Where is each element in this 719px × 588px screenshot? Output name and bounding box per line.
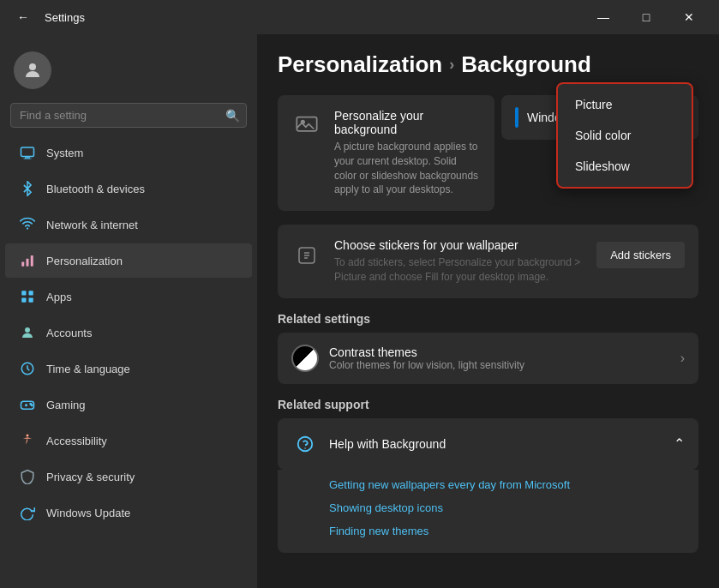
related-support-title: Related support <box>278 398 698 411</box>
title-bar: ← Settings — □ ✕ <box>0 0 719 34</box>
svg-rect-3 <box>24 159 32 159</box>
stickers-card-title: Choose stickers for your wallpaper <box>334 238 584 252</box>
bluetooth-icon <box>19 180 36 197</box>
svg-rect-11 <box>29 298 33 303</box>
stickers-row: Choose stickers for your wallpaper To ad… <box>278 225 698 298</box>
background-dropdown-menu: Picture Solid color Slideshow <box>556 82 693 189</box>
help-left: Help with Background <box>291 430 446 458</box>
sidebar-item-bluetooth[interactable]: Bluetooth & devices <box>5 171 252 206</box>
svg-point-19 <box>27 435 29 437</box>
network-icon <box>19 216 36 233</box>
related-settings-title: Related settings <box>278 312 698 326</box>
sidebar-item-accounts[interactable]: Accounts <box>5 315 252 350</box>
spotlight-bar <box>515 107 518 128</box>
stickers-card: Choose stickers for your wallpaper To ad… <box>278 225 698 298</box>
contrast-themes-desc: Color themes for low vision, light sensi… <box>329 359 524 371</box>
personalize-card-desc: A picture background applies to your cur… <box>334 140 481 197</box>
privacy-icon <box>19 468 36 485</box>
search-input[interactable] <box>10 103 247 128</box>
title-bar-left: ← Settings <box>10 7 85 27</box>
close-button[interactable]: ✕ <box>669 3 709 31</box>
contrast-themes-row[interactable]: Contrast themes Color themes for low vis… <box>278 333 698 384</box>
help-chevron[interactable]: ⌃ <box>674 435 685 452</box>
sidebar-item-personalization[interactable]: Personalization <box>5 243 252 278</box>
svg-point-4 <box>27 227 28 229</box>
svg-rect-7 <box>31 255 33 267</box>
svg-rect-9 <box>29 291 33 295</box>
sidebar-item-accessibility[interactable]: Accessibility <box>5 423 252 458</box>
svg-rect-1 <box>21 147 34 157</box>
stickers-card-desc: To add stickers, select Personalize your… <box>334 255 584 285</box>
sidebar-item-accessibility-label: Accessibility <box>46 435 107 447</box>
help-label: Help with Background <box>329 437 446 451</box>
stickers-content: Choose stickers for your wallpaper To ad… <box>291 238 584 285</box>
dropdown-item-slideshow[interactable]: Slideshow <box>558 151 692 182</box>
system-icon <box>19 144 36 161</box>
gaming-icon <box>19 396 36 413</box>
help-link-2[interactable]: Finding new themes <box>329 519 685 543</box>
sidebar-item-apps[interactable]: Apps <box>5 279 252 314</box>
dropdown-item-picture[interactable]: Picture <box>558 89 692 120</box>
sidebar-item-time[interactable]: Time & language <box>5 351 252 386</box>
app-title: Settings <box>45 11 85 24</box>
svg-point-23 <box>298 437 313 452</box>
contrast-themes-text: Contrast themes Color themes for low vis… <box>329 345 524 371</box>
sidebar-item-update[interactable]: Windows Update <box>5 495 252 530</box>
sidebar-item-system[interactable]: System <box>5 135 252 170</box>
stickers-card-text: Choose stickers for your wallpaper To ad… <box>334 238 584 285</box>
contrast-themes-chevron: › <box>680 351 685 366</box>
sidebar-item-bluetooth-label: Bluetooth & devices <box>46 183 145 195</box>
breadcrumb: Personalization › Background <box>278 51 698 78</box>
breadcrumb-arrow: › <box>449 56 454 74</box>
personalize-card: Personalize your background A picture ba… <box>278 95 494 218</box>
update-icon <box>19 504 36 521</box>
svg-rect-6 <box>27 259 29 267</box>
help-link-0[interactable]: Getting new wallpapers every day from Mi… <box>329 473 685 496</box>
sidebar-item-network[interactable]: Network & internet <box>5 207 252 242</box>
time-icon <box>19 360 36 377</box>
personalize-icon <box>291 111 322 141</box>
sidebar-item-accounts-label: Accounts <box>46 327 92 339</box>
search-box: 🔍 <box>10 103 247 128</box>
sidebar-item-personalization-label: Personalization <box>46 255 123 267</box>
svg-rect-8 <box>21 291 26 295</box>
sidebar-item-privacy[interactable]: Privacy & security <box>5 459 252 494</box>
apps-icon <box>19 288 36 305</box>
contrast-themes-title: Contrast themes <box>329 345 524 359</box>
dropdown-item-solid-color[interactable]: Solid color <box>558 120 692 151</box>
sidebar-item-privacy-label: Privacy & security <box>46 471 135 483</box>
help-section: Help with Background ⌃ Getting new wallp… <box>278 418 698 553</box>
help-row[interactable]: Help with Background ⌃ <box>278 418 698 470</box>
help-icon <box>291 430 319 458</box>
stickers-icon <box>291 240 322 271</box>
app-container: 🔍 System Bluetooth & devices Network & i… <box>0 34 719 588</box>
user-section <box>0 41 257 103</box>
breadcrumb-parent: Personalization <box>278 51 442 78</box>
svg-rect-10 <box>21 298 26 303</box>
help-link-1[interactable]: Showing desktop icons <box>329 496 685 519</box>
window-controls: — □ ✕ <box>584 3 709 31</box>
sidebar-item-apps-label: Apps <box>46 291 72 303</box>
minimize-button[interactable]: — <box>584 3 623 31</box>
add-stickers-button[interactable]: Add stickers <box>596 242 685 268</box>
sidebar-item-system-label: System <box>46 147 83 159</box>
sidebar-item-gaming-label: Gaming <box>46 399 86 411</box>
sidebar-item-time-label: Time & language <box>46 363 130 375</box>
maximize-button[interactable]: □ <box>626 3 666 31</box>
svg-point-18 <box>32 405 33 406</box>
accessibility-icon <box>19 432 36 449</box>
sidebar-item-gaming[interactable]: Gaming <box>5 387 252 422</box>
contrast-icon <box>291 345 319 372</box>
sidebar-item-network-label: Network & internet <box>46 219 138 231</box>
personalize-card-row: Personalize your background A picture ba… <box>278 95 494 211</box>
breadcrumb-current: Background <box>461 51 591 78</box>
accounts-icon <box>19 324 36 341</box>
svg-point-0 <box>29 63 36 70</box>
avatar <box>14 51 51 89</box>
back-button[interactable]: ← <box>10 7 36 27</box>
sidebar: 🔍 System Bluetooth & devices Network & i… <box>0 34 257 588</box>
search-icon: 🔍 <box>225 109 240 123</box>
contrast-themes-left: Contrast themes Color themes for low vis… <box>291 345 524 372</box>
personalize-card-title: Personalize your background <box>334 109 481 136</box>
main-content: Personalization › Background Personalize… <box>257 34 719 588</box>
